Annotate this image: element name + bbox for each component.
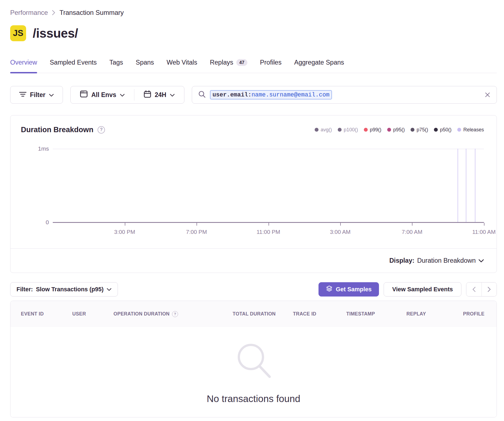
x-tick-label: 3:00 PM xyxy=(114,229,135,235)
filter-button[interactable]: Filter xyxy=(10,86,63,104)
gridline xyxy=(53,149,484,149)
transactions-filter-dropdown[interactable]: Filter: Slow Transactions (p95) xyxy=(10,282,118,297)
tab-spans[interactable]: Spans xyxy=(136,59,154,73)
display-selector[interactable]: Display: Duration Breakdown xyxy=(10,248,497,273)
x-tick xyxy=(268,223,269,226)
legend-dot xyxy=(434,128,438,132)
chevron-down-icon xyxy=(107,286,112,293)
x-tick-label: 11:00 PM xyxy=(256,229,280,235)
chart-legend: avg() p100() p99() p95() p75() p50() Rel… xyxy=(315,127,484,133)
legend-item-p95[interactable]: p95() xyxy=(387,127,405,133)
filter-toolbar: Filter All Envs xyxy=(10,86,497,104)
page-header: JS /issues/ xyxy=(10,25,497,42)
empty-state-text: No transactions found xyxy=(207,393,300,404)
breadcrumb: Performance Transaction Summary xyxy=(10,9,497,16)
x-tick-label: 7:00 PM xyxy=(186,229,207,235)
display-value: Duration Breakdown xyxy=(417,257,476,264)
chart-title: Duration Breakdown xyxy=(21,126,105,134)
env-date-control: All Envs 24H xyxy=(70,86,184,104)
column-header-timestamp: TIMESTAMP xyxy=(340,311,399,317)
legend-item-p99[interactable]: p99() xyxy=(364,127,381,133)
y-axis-min-label: 0 xyxy=(21,219,49,226)
duration-chart: 1ms 0 3:00 PM 7:00 PM 11:00 PM xyxy=(21,137,484,248)
calendar-icon xyxy=(144,90,151,99)
legend-item-p100[interactable]: p100() xyxy=(338,127,358,133)
column-header-trace-id: TRACE ID xyxy=(287,311,340,317)
y-axis-max-label: 1ms xyxy=(21,145,49,152)
legend-item-releases[interactable]: Releases xyxy=(457,127,484,133)
tab-aggregate-spans[interactable]: Aggregate Spans xyxy=(294,59,344,73)
environment-selector[interactable]: All Envs xyxy=(71,86,134,103)
legend-item-p75[interactable]: p75() xyxy=(411,127,428,133)
search-input[interactable]: user.email: name.surname@email.com xyxy=(192,86,497,104)
column-header-total-duration: TOTAL DURATION xyxy=(217,311,287,317)
chevron-down-icon xyxy=(120,91,125,99)
transaction-summary-page: Performance Transaction Summary JS /issu… xyxy=(0,0,504,421)
view-sampled-events-button[interactable]: View Sampled Events xyxy=(384,282,461,297)
x-tick xyxy=(484,223,484,226)
tab-bar: Overview Sampled Events Tags Spans Web V… xyxy=(10,59,497,73)
replays-count-badge: 47 xyxy=(236,59,247,66)
window-icon xyxy=(80,90,88,99)
x-tick-label: 11:00 AM xyxy=(472,229,495,235)
duration-breakdown-card: Duration Breakdown avg() p100() p99() p9… xyxy=(10,115,497,273)
javascript-platform-icon: JS xyxy=(10,25,26,41)
breadcrumb-performance[interactable]: Performance xyxy=(10,9,48,16)
tab-profiles[interactable]: Profiles xyxy=(260,59,281,73)
token-value: name.surname@email.com xyxy=(251,92,329,98)
token-key: user.email: xyxy=(212,92,251,98)
legend-dot xyxy=(457,128,461,132)
empty-state: No transactions found xyxy=(10,327,497,417)
tab-replays[interactable]: Replays 47 xyxy=(210,59,247,73)
next-page-button[interactable] xyxy=(481,282,497,296)
tab-web-vitals[interactable]: Web Vitals xyxy=(167,59,197,73)
chevron-down-icon xyxy=(478,257,484,264)
chevron-down-icon xyxy=(49,91,54,99)
table-header-row: EVENT ID USER OPERATION DURATION TOTAL D… xyxy=(10,301,497,327)
legend-item-p50[interactable]: p50() xyxy=(434,127,452,133)
tab-overview[interactable]: Overview xyxy=(10,59,37,73)
layers-icon xyxy=(326,285,333,293)
release-line[interactable] xyxy=(458,149,458,222)
filter-lines-icon xyxy=(19,91,26,99)
x-tick-label: 3:00 AM xyxy=(330,229,350,235)
search-filter-token[interactable]: user.email: name.surname@email.com xyxy=(210,90,332,99)
legend-dot xyxy=(411,128,414,132)
pagination xyxy=(466,282,497,297)
date-range-selector[interactable]: 24H xyxy=(134,86,184,103)
get-samples-button[interactable]: Get Samples xyxy=(319,282,379,297)
samples-bar: Filter: Slow Transactions (p95) Get Samp… xyxy=(10,282,497,297)
legend-dot xyxy=(338,128,342,132)
transactions-table: EVENT ID USER OPERATION DURATION TOTAL D… xyxy=(10,301,497,417)
chevron-down-icon xyxy=(170,91,175,99)
release-line[interactable] xyxy=(475,149,475,222)
x-tick-label: 7:00 AM xyxy=(402,229,422,235)
display-label: Display: xyxy=(389,257,414,264)
tab-sampled-events[interactable]: Sampled Events xyxy=(50,59,97,73)
column-header-operation-duration: OPERATION DURATION xyxy=(108,311,217,317)
help-icon[interactable] xyxy=(172,311,178,317)
previous-page-button[interactable] xyxy=(466,282,481,296)
column-header-user: USER xyxy=(67,311,108,317)
column-header-profile: PROFILE xyxy=(449,311,497,317)
legend-dot xyxy=(387,128,391,132)
page-title: /issues/ xyxy=(33,26,78,41)
x-tick xyxy=(412,223,412,226)
x-tick xyxy=(125,223,125,226)
legend-dot xyxy=(315,128,319,132)
help-icon[interactable] xyxy=(98,126,105,134)
clear-search-button[interactable] xyxy=(484,92,491,98)
column-header-event-id: EVENT ID xyxy=(10,311,67,317)
x-tick xyxy=(340,223,341,226)
legend-dot xyxy=(364,128,368,132)
tab-tags[interactable]: Tags xyxy=(109,59,123,73)
search-icon xyxy=(198,90,206,99)
column-header-replay: REPLAY xyxy=(399,311,449,317)
breadcrumb-current: Transaction Summary xyxy=(59,9,124,16)
magnifier-empty-icon xyxy=(233,340,275,383)
chevron-right-icon xyxy=(52,10,56,16)
x-tick xyxy=(196,223,197,226)
legend-item-avg[interactable]: avg() xyxy=(315,127,332,133)
release-line[interactable] xyxy=(466,149,466,222)
